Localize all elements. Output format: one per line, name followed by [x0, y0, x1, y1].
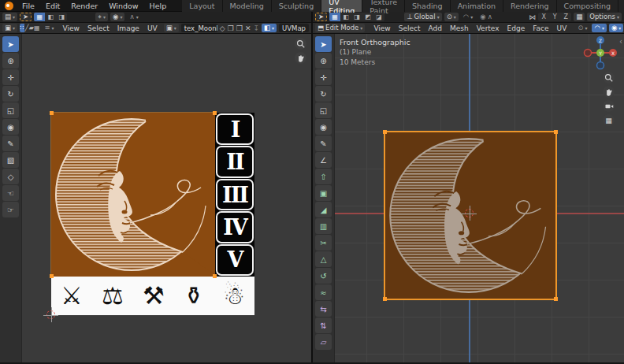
workspace-tab[interactable]: Sculpting — [272, 0, 321, 12]
uv-map-field[interactable]: UVMap — [279, 24, 309, 32]
pinch-tool[interactable]: ☞ — [2, 202, 19, 217]
poly-build-tool[interactable]: △ — [315, 251, 332, 267]
bevel-tool[interactable]: ◢ — [315, 202, 332, 217]
cursor-tool[interactable]: ⊕ — [2, 53, 19, 69]
3d-cursor[interactable] — [465, 209, 474, 217]
viewport-canvas[interactable]: Front Orthographic (1) Plane 10 Meters ‹… — [335, 34, 624, 362]
toggle-3[interactable]: ◨ — [351, 13, 362, 21]
menu-item[interactable]: UV — [143, 24, 162, 32]
menu-item[interactable]: Edge — [503, 24, 529, 32]
image-name-field[interactable]: tex_MoonFace_x.psd — [181, 24, 217, 32]
workspace-tab[interactable]: Modeling — [223, 0, 272, 12]
menu-item[interactable]: Select — [84, 24, 113, 32]
workspace-tab[interactable]: Layout — [182, 0, 222, 12]
uv-vertex[interactable] — [50, 274, 54, 278]
select-box-tool[interactable]: ➤ — [2, 36, 19, 52]
edge-slide-tool[interactable]: ⇆ — [315, 301, 332, 317]
app-menu-item[interactable]: Window — [104, 2, 143, 10]
knife-tool[interactable]: ✂ — [315, 235, 332, 251]
pan-hand-icon[interactable] — [295, 52, 306, 64]
blender-logo-icon[interactable] — [5, 2, 13, 10]
menu-item[interactable]: Vertex — [473, 24, 503, 32]
proportional-button[interactable]: ◉∧ — [477, 13, 495, 21]
menu-item[interactable]: Mesh — [446, 24, 473, 32]
menu-item[interactable]: View — [370, 24, 394, 32]
rip-region-tool[interactable]: ▧ — [2, 152, 19, 168]
app-menu-item[interactable]: Help — [145, 2, 172, 10]
menu-item[interactable]: Image — [113, 24, 143, 32]
measure-tool[interactable]: ∠ — [315, 152, 332, 168]
uv-vertex[interactable] — [213, 274, 217, 278]
toggle-1[interactable]: ▦ — [329, 13, 340, 21]
image-browse-button[interactable]: ▣▾ — [164, 24, 179, 32]
shrink-fatten-tool[interactable]: ⇅ — [315, 318, 332, 333]
smooth-tool[interactable]: ≈ — [315, 284, 332, 300]
menu-item[interactable]: Face — [529, 24, 552, 32]
annotate-tool[interactable]: ✎ — [315, 136, 332, 151]
spin-tool[interactable]: ↺ — [315, 268, 332, 284]
pivot-point-button[interactable]: ⊙▾ — [444, 13, 459, 21]
sticky-selection-dropdown[interactable]: ≡▾ — [42, 24, 56, 32]
uv-island-select-mode[interactable]: ▦ — [34, 24, 40, 32]
workspace-tab[interactable]: Shading — [405, 0, 451, 12]
overlays-button[interactable]: ◉▾ — [609, 24, 623, 32]
cursor-tool[interactable]: ⊕ — [315, 53, 332, 69]
transform-orientation-dropdown[interactable]: ⊥Global▾ — [404, 13, 442, 21]
pivot-point-button[interactable]: ⊙▾ — [575, 24, 589, 32]
uv-falloff-button[interactable]: ∧▾ — [127, 13, 140, 21]
workspace-tab[interactable]: Geometry Nodes — [618, 0, 624, 12]
snap-grid-button[interactable]: ▦ — [574, 13, 585, 21]
menu-item[interactable]: View — [59, 24, 84, 32]
toggle-5[interactable]: ◪ — [373, 13, 384, 21]
mirror-axis-button[interactable]: Z — [560, 13, 571, 21]
snap-magnet-button[interactable]: ◠▾ — [461, 13, 475, 21]
mirror-axis-button[interactable]: Y — [549, 13, 560, 21]
uv-snap-button[interactable]: ⌖▾ — [95, 13, 108, 21]
snap-button[interactable]: ◠▾ — [592, 24, 606, 32]
uv-vertex[interactable] — [213, 111, 217, 115]
annotate-tool[interactable]: ✎ — [2, 136, 19, 151]
app-menu-item[interactable]: Render — [66, 2, 102, 10]
pin-icon[interactable]: ↧ — [253, 24, 259, 32]
brush-datablock-button[interactable]: ▤▾ — [2, 13, 17, 21]
workspace-tab[interactable]: Texture Paint — [362, 0, 405, 12]
duplicate-icon[interactable]: ❐ — [228, 24, 234, 32]
app-menu-item[interactable]: Edit — [41, 2, 65, 10]
scale-tool[interactable]: ◱ — [2, 102, 19, 118]
zoom-icon[interactable] — [295, 38, 306, 50]
mesh-vertex[interactable] — [554, 297, 558, 301]
app-menu-item[interactable]: File — [17, 2, 39, 10]
mode-dropdown[interactable]: ⬒Edit Mode▾ — [315, 24, 365, 32]
transform-tool[interactable]: ◉ — [2, 119, 19, 135]
editor-type-button[interactable]: ▣▾ — [2, 24, 17, 32]
sidebar-toggle-arrow[interactable]: ‹ — [619, 37, 622, 46]
options-dropdown[interactable]: Options▾ — [587, 13, 622, 21]
toggle-3[interactable]: ◨ — [56, 13, 67, 21]
scale-tool[interactable]: ◱ — [315, 102, 332, 118]
shear-tool[interactable]: ▱ — [315, 334, 332, 350]
mesh-vertex[interactable] — [554, 130, 558, 134]
menu-item[interactable]: UV — [553, 24, 571, 32]
transform-tool[interactable]: ◉ — [315, 119, 332, 135]
workspace-tab[interactable]: UV Editing — [321, 0, 362, 12]
menu-item[interactable]: Select — [395, 24, 425, 32]
unlink-icon[interactable]: ✕ — [245, 24, 251, 32]
uv-canvas[interactable]: IIIIIIIVV ⚔⚖⚒⚱☃ — [22, 34, 311, 362]
toggle-1[interactable]: ▦ — [34, 13, 45, 21]
toggle-2[interactable]: ◧ — [340, 13, 351, 21]
open-folder-icon[interactable]: ❒ — [236, 24, 243, 32]
rotate-tool[interactable]: ↻ — [315, 86, 332, 102]
extrude-region-tool[interactable]: ⇧ — [315, 169, 332, 184]
grab-tool[interactable]: ◇ — [2, 169, 19, 184]
perspective-toggle-icon[interactable]: ▦ — [603, 114, 615, 126]
move-tool[interactable]: ✛ — [315, 69, 332, 85]
menu-item[interactable]: Add — [425, 24, 446, 32]
loop-cut-tool[interactable]: ▥ — [315, 218, 332, 234]
move-tool[interactable]: ✛ — [2, 69, 19, 85]
toggle-2[interactable]: ◧ — [45, 13, 56, 21]
mesh-vertex[interactable] — [383, 130, 387, 134]
pan-hand-icon[interactable] — [603, 86, 615, 98]
toggle-4[interactable]: ◩ — [362, 13, 373, 21]
workspace-tab[interactable]: Compositing — [557, 0, 619, 12]
select-box-tool[interactable]: ➤ — [315, 36, 332, 52]
